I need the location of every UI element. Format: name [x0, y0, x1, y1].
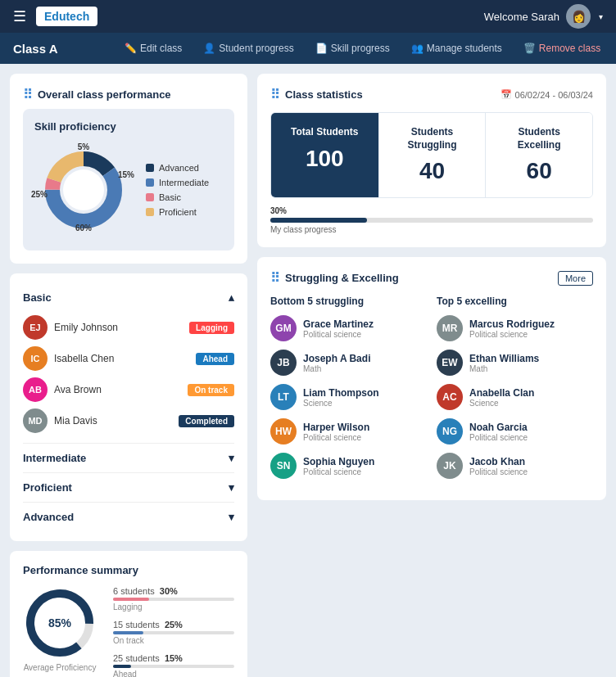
bar-fill-lagging	[113, 598, 149, 601]
stat-struggling: Students Struggling 40	[378, 113, 486, 197]
legend-dot-proficient	[146, 208, 154, 216]
svg-point-5	[63, 169, 104, 210]
avatar[interactable]: 👩	[566, 4, 591, 29]
chart-area: 5% 15% 25% 60% Advanced Intermediate	[34, 141, 223, 239]
bar-fill-ahead	[113, 665, 131, 668]
perf-summary-inner: 85% Average Proficiency 6 students 30%	[23, 586, 234, 677]
status-completed: Completed	[179, 415, 234, 427]
group-advanced: Advanced	[23, 503, 234, 531]
performance-summary-card: Performance summary 85% Average Proficie…	[10, 551, 247, 677]
progress-bar-track	[270, 218, 593, 223]
legend-dot-basic	[146, 193, 154, 201]
list-item: SN Sophia Nguyen Political science	[270, 453, 427, 479]
list-item: EW Ethan Williams Math	[437, 350, 593, 376]
legend-intermediate: Intermediate	[146, 178, 209, 187]
status-ontrack: On track	[188, 384, 234, 396]
student-row: EJ Emily Johnson Lagging	[23, 312, 234, 343]
legend-proficient: Proficient	[146, 207, 209, 217]
legend-advanced: Advanced	[146, 163, 209, 173]
donut-chart: 5% 15% 25% 60%	[34, 141, 133, 239]
avatar-isabella: IC	[23, 346, 48, 371]
chevron-down-icon	[229, 481, 234, 494]
avatar-mia: MD	[23, 408, 48, 433]
list-item: JB Joseph A Badi Math	[270, 350, 427, 376]
avatar-jacob: JK	[437, 453, 463, 479]
avatar-joseph: JB	[270, 350, 297, 376]
group-basic-header[interactable]: Basic	[23, 283, 234, 312]
struggling-title: ⠿ Struggling & Excelling	[270, 270, 399, 286]
bottom5-group: Bottom 5 struggling GM Grace Martinez Po…	[270, 296, 427, 487]
group-intermediate: Intermediate	[23, 444, 234, 473]
right-column: ⠿ Class statistics 📅 06/02/24 - 06/03/24…	[257, 74, 606, 677]
avatar-anabella: AC	[437, 384, 463, 410]
list-item: GM Grace Martinez Political science	[270, 315, 427, 341]
stat-total-students: Total Students 100	[271, 113, 378, 197]
status-lagging: Lagging	[189, 322, 234, 334]
sub-nav: Class A ✏️ Edit class 👤 Student progress…	[0, 33, 616, 64]
group-intermediate-header[interactable]: Intermediate	[23, 444, 234, 472]
class-progress-area: 30% My class progress	[270, 206, 593, 234]
main-content: ⠿ Overall class performance Skill profic…	[0, 64, 616, 677]
list-item: AC Anabella Clan Science	[437, 384, 593, 410]
student-row: MD Mia Davis Completed	[23, 405, 234, 436]
legend-dot-advanced	[146, 164, 154, 172]
progress-label: My class progress	[270, 225, 593, 234]
class-statistics-card: ⠿ Class statistics 📅 06/02/24 - 06/03/24…	[257, 74, 606, 247]
left-column: ⠿ Overall class performance Skill profic…	[10, 74, 247, 677]
struggling-header: ⠿ Struggling & Excelling More	[270, 270, 593, 286]
avatar-noah: NG	[437, 418, 463, 445]
nav-edit-class[interactable]: ✏️ Edit class	[115, 38, 192, 59]
nav-manage-students[interactable]: 👥 Manage students	[401, 38, 512, 59]
legend-dot-intermediate	[146, 178, 154, 187]
stats-title: ⠿ Class statistics	[270, 87, 363, 102]
list-item: LT Liam Thompson Science	[270, 384, 427, 410]
progress-bar-fill	[270, 218, 367, 223]
skill-proficiency-card: Skill proficiency	[23, 109, 234, 250]
pct-15: 15%	[118, 170, 134, 179]
student-groups-card: Basic EJ Emily Johnson Lagging IC Isabel…	[10, 273, 247, 541]
more-button[interactable]: More	[558, 271, 593, 286]
avatar-sophia: SN	[270, 453, 297, 479]
avatar-grace: GM	[270, 315, 297, 341]
struggling-grid: Bottom 5 struggling GM Grace Martinez Po…	[270, 296, 593, 487]
overall-performance-card: ⠿ Overall class performance Skill profic…	[10, 74, 247, 264]
nav-remove-class[interactable]: 🗑️ Remove class	[514, 38, 610, 59]
list-item: NG Noah Garcia Political science	[437, 418, 593, 445]
list-item: HW Harper Wilson Political science	[270, 418, 427, 445]
student-row: AB Ava Brown On track	[23, 374, 234, 405]
chevron-down-icon	[229, 511, 234, 523]
class-title: Class A	[13, 42, 95, 56]
welcome-text: Welcome Sarah	[484, 11, 559, 23]
chevron-down-icon[interactable]: ▾	[599, 12, 603, 21]
nav-student-progress[interactable]: 👤 Student progress	[193, 38, 303, 59]
pct-25: 25%	[31, 190, 48, 199]
student-row: IC Isabella Chen Ahead	[23, 343, 234, 374]
bar-ahead: 25 students 15% Ahead	[113, 653, 234, 677]
bar-lagging: 6 students 30% Lagging	[113, 586, 234, 612]
avatar-emily: EJ	[23, 315, 48, 340]
struggling-excelling-card: ⠿ Struggling & Excelling More Bottom 5 s…	[257, 257, 606, 500]
status-ahead: Ahead	[196, 353, 234, 365]
avatar-liam: LT	[270, 384, 297, 410]
group-advanced-header[interactable]: Advanced	[23, 503, 234, 531]
nav-items: ✏️ Edit class 👤 Student progress 📄 Skill…	[115, 38, 610, 59]
group-basic: Basic EJ Emily Johnson Lagging IC Isabel…	[23, 283, 234, 444]
menu-icon[interactable]: ☰	[13, 7, 26, 25]
stats-boxes: Total Students 100 Students Struggling 4…	[270, 112, 593, 198]
top5-group: Top 5 excelling MR Marcus Rodriguez Poli…	[437, 296, 593, 487]
overall-title: ⠿ Overall class performance	[23, 87, 234, 102]
stat-excelling: Students Excelling 60	[485, 113, 592, 197]
group-basic-content: EJ Emily Johnson Lagging IC Isabella Che…	[23, 312, 234, 443]
group-proficient-header[interactable]: Proficient	[23, 473, 234, 502]
bar-ontrack: 15 students 25% On track	[113, 620, 234, 645]
chevron-up-icon	[229, 291, 234, 304]
perf-summary-title: Performance summary	[23, 564, 234, 576]
pct-60: 60%	[75, 223, 92, 232]
welcome-area: Welcome Sarah 👩 ▾	[484, 4, 603, 29]
chevron-down-icon	[229, 452, 234, 464]
legend-basic: Basic	[146, 192, 209, 202]
list-item: JK Jacob Khan Political science	[437, 453, 593, 479]
logo: Edutech	[36, 7, 97, 26]
dots-icon: ⠿	[23, 87, 33, 102]
nav-skill-progress[interactable]: 📄 Skill progress	[306, 38, 400, 59]
